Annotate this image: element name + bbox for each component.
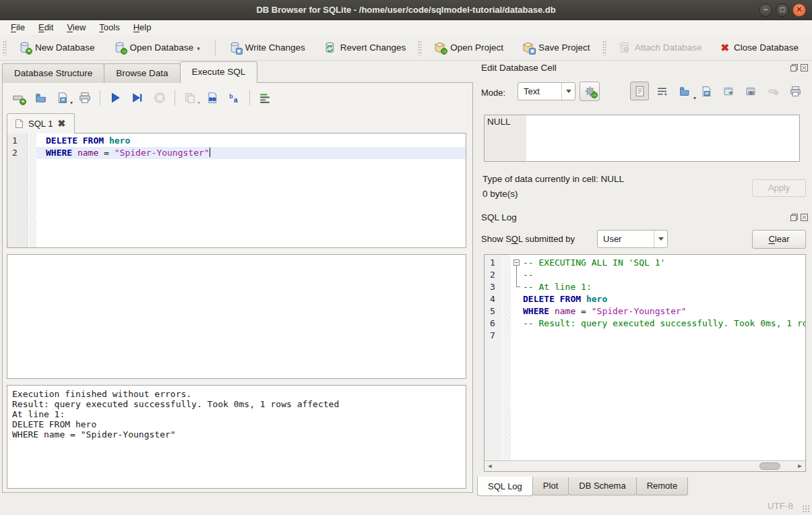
log-line: -- EXECUTING ALL IN 'SQL 1': [512, 257, 805, 269]
sql-log-dock-buttons: [790, 214, 808, 221]
splitter-handle[interactable]: [7, 379, 466, 385]
tab-plot[interactable]: Plot: [532, 477, 569, 495]
text-mode-icon[interactable]: [630, 82, 649, 100]
mode-select[interactable]: Text: [518, 82, 575, 100]
title-bar: DB Browser for SQLite - /home/user/code/…: [0, 0, 812, 20]
sql-log-view[interactable]: 1 2 3 4 5 6 7 − -- EXECUTING ALL IN 'SQL…: [484, 254, 806, 472]
print-icon[interactable]: [77, 90, 92, 105]
menu-tools[interactable]: Tools: [92, 21, 126, 34]
resize-grip[interactable]: [802, 505, 810, 513]
save-sql-file-icon[interactable]: ▾: [55, 90, 70, 105]
close-database-button[interactable]: ✖ Close Database: [714, 39, 805, 56]
execute-current-line-icon[interactable]: [130, 90, 145, 105]
code-line-current: WHERE name = "Spider-Youngster": [36, 147, 466, 159]
sql-log-filter-select[interactable]: User: [597, 230, 668, 248]
window-controls: − □ ✕: [759, 3, 806, 17]
main-toolbar: + New Database → Open Database ▾ ■ Write…: [0, 35, 812, 61]
execution-status-pane[interactable]: Execution finished without errors. Resul…: [7, 385, 466, 489]
word-wrap-icon[interactable]: [652, 82, 671, 100]
cell-editor-toolbar: ▾: [630, 82, 805, 100]
cell-value: NULL: [487, 117, 511, 127]
gear-icon: →: [584, 86, 596, 97]
fold-collapse-icon[interactable]: −: [513, 260, 520, 266]
stop-execution-icon: [152, 90, 167, 105]
sql-code-area[interactable]: DELETE FROM hero WHERE name = "Spider-Yo…: [36, 133, 466, 247]
open-sql-file-icon[interactable]: [33, 90, 48, 105]
open-as-link-icon[interactable]: [741, 82, 760, 100]
close-sql-tab-icon[interactable]: ✖: [57, 118, 65, 129]
sql-1-tab[interactable]: SQL 1 ✖: [7, 113, 75, 133]
fold-guide-line: [516, 266, 517, 286]
export-cell-data-icon[interactable]: [697, 82, 716, 100]
close-dock-icon[interactable]: [801, 64, 808, 71]
horizontal-scrollbar[interactable]: ◀ ▶: [485, 460, 805, 471]
import-cell-data-icon[interactable]: ▾: [675, 82, 693, 100]
fold-guide-corner: [516, 286, 520, 287]
save-project-button[interactable]: ■ Save Project: [516, 38, 596, 57]
close-dock-icon[interactable]: [801, 214, 808, 221]
open-in-external-icon[interactable]: [719, 82, 738, 100]
log-line: -- At line 1:: [512, 281, 805, 293]
log-line: -- Result: query executed successfully. …: [512, 317, 805, 330]
database-new-icon: +: [19, 42, 30, 53]
revert-changes-button[interactable]: Revert Changes: [318, 38, 412, 57]
toggle-results-icon[interactable]: [257, 90, 272, 105]
close-icon[interactable]: ✕: [792, 3, 806, 17]
maximize-icon[interactable]: □: [776, 3, 789, 17]
status-bar: UTF-8: [0, 495, 812, 515]
chevron-down-icon: [654, 231, 667, 247]
svg-text:b: b: [229, 93, 233, 100]
menu-edit[interactable]: Edit: [32, 21, 60, 34]
scrollbar-thumb[interactable]: [759, 462, 780, 470]
open-database-button[interactable]: → Open Database ▾: [108, 38, 208, 57]
attach-database-button: Attach Database: [613, 38, 708, 57]
results-table-pane[interactable]: [7, 254, 466, 379]
float-dock-icon[interactable]: [790, 214, 798, 221]
toolbar-grip[interactable]: [602, 40, 606, 55]
format-sql-icon[interactable]: ba: [227, 90, 242, 105]
sql-editor[interactable]: 1 2 DELETE FROM hero WHERE name = "Spide…: [7, 133, 466, 248]
scrollbar-track[interactable]: [495, 461, 794, 471]
tab-db-schema[interactable]: DB Schema: [568, 477, 636, 495]
new-database-button[interactable]: + New Database: [13, 38, 101, 57]
auto-apply-button[interactable]: →: [580, 82, 600, 101]
splitter-handle[interactable]: [7, 248, 466, 254]
apply-button: Apply: [752, 179, 806, 197]
open-database-dropdown-icon[interactable]: ▾: [197, 45, 200, 52]
open-project-icon: →: [434, 42, 445, 53]
minimize-icon[interactable]: −: [759, 3, 772, 17]
chevron-down-icon: [561, 83, 575, 100]
tab-browse-data[interactable]: Browse Data: [104, 63, 180, 83]
menu-file[interactable]: File: [4, 21, 32, 34]
float-dock-icon[interactable]: [790, 64, 798, 71]
line-number-gutter: 1 2: [7, 133, 28, 247]
toolbar-grip[interactable]: [418, 40, 422, 55]
edit-cell-dock-title: Edit Database Cell: [481, 63, 557, 73]
cell-value-editor[interactable]: NULL: [484, 115, 800, 162]
fold-margin: [28, 133, 36, 247]
tab-sql-log[interactable]: SQL Log: [477, 477, 533, 496]
clear-log-button[interactable]: Clear: [752, 230, 806, 249]
window-title: DB Browser for SQLite - /home/user/code/…: [0, 0, 812, 20]
print-cell-icon[interactable]: [786, 82, 805, 100]
open-project-button[interactable]: → Open Project: [428, 38, 509, 57]
write-changes-button[interactable]: ■ Write Changes: [223, 38, 311, 57]
tab-remote[interactable]: Remote: [636, 477, 689, 495]
scroll-right-icon[interactable]: ▶: [794, 461, 805, 471]
new-sql-tab-icon[interactable]: +: [11, 90, 26, 105]
menu-view[interactable]: View: [60, 21, 92, 34]
toolbar-separator: [100, 90, 100, 105]
tab-database-structure[interactable]: Database Structure: [2, 63, 104, 83]
tab-execute-sql[interactable]: Execute SQL: [180, 61, 258, 83]
find-icon[interactable]: [205, 90, 220, 105]
menu-help[interactable]: Help: [127, 21, 158, 34]
log-line: [512, 330, 805, 342]
dock-area: Edit Database Cell Mode: Text → ▾: [477, 61, 812, 495]
toolbar-grip[interactable]: [3, 40, 7, 55]
cell-type-info: Type of data currently in cell: NULL: [482, 174, 624, 184]
scroll-left-icon[interactable]: ◀: [485, 461, 495, 471]
execute-sql-icon[interactable]: [108, 90, 123, 105]
close-database-icon: ✖: [720, 42, 729, 53]
toolbar-separator: [215, 40, 216, 56]
dock-tab-bar: SQL Log Plot DB Schema Remote: [477, 477, 687, 497]
